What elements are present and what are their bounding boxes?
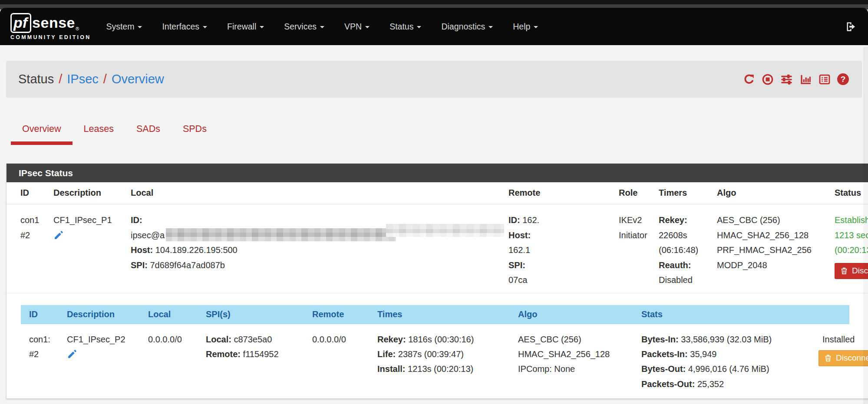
col-header-stats: Stats xyxy=(641,309,822,319)
breadcrumb-root: Status xyxy=(18,72,54,86)
log-list-icon[interactable] xyxy=(818,73,831,85)
cell-id: con1 #2 xyxy=(20,213,53,288)
col-header-id: ID xyxy=(20,188,53,198)
rekey-value: 1816s (00:30:16) xyxy=(408,335,474,344)
ike-table-row: con1 #2 CF1_IPsec_P1 ID: ipsec@a Host: 1… xyxy=(7,204,868,293)
tab-overview[interactable]: Overview xyxy=(11,118,73,145)
menu-item-services[interactable]: Services xyxy=(274,17,334,36)
tab-bar: Overview Leases SADs SPDs xyxy=(6,118,862,145)
cell-algo: AES_CBC (256) HMAC_SHA2_256_128 IPComp: … xyxy=(518,332,641,392)
logo-registered-mark: ® xyxy=(76,26,79,31)
disconnect-label: Disconnect xyxy=(836,351,868,365)
tab-leases[interactable]: Leases xyxy=(73,118,125,145)
packets-in-label: Packets-In: xyxy=(641,349,688,359)
disconnect-button[interactable]: Disconnect xyxy=(835,263,868,279)
col-header-description: Description xyxy=(67,309,148,319)
remote-id-value: 162. xyxy=(522,215,539,225)
life-label: Life: xyxy=(377,349,396,359)
col-header-remote: Remote xyxy=(312,309,377,319)
menu-item-help[interactable]: Help xyxy=(503,17,548,36)
reauth-label: Reauth: xyxy=(659,260,691,270)
disconnect-child-button[interactable]: Disconnect xyxy=(818,350,868,366)
cell-role: IKEv2 Initiator xyxy=(619,213,659,288)
local-id-value: ipsec@a xyxy=(131,230,165,240)
cell-local-subnet: 0.0.0.0/0 xyxy=(148,332,206,392)
menu-item-system[interactable]: System xyxy=(96,17,152,36)
menu-label: VPN xyxy=(344,22,362,31)
status-established: Established xyxy=(835,213,868,228)
spi-remote-label: Remote: xyxy=(206,349,241,359)
ike-id: con1 xyxy=(20,213,47,228)
cell-spis: Local: c873e5a0 Remote: f1154952 xyxy=(206,332,312,392)
cell-times: Rekey: 1816s (00:30:16) Life: 2387s (00:… xyxy=(377,332,518,392)
col-header-status: Status xyxy=(835,188,868,198)
menu-label: Firewall xyxy=(227,22,256,31)
algo-integrity: HMAC_SHA2_256_128 xyxy=(717,228,828,243)
tab-sads[interactable]: SADs xyxy=(125,118,172,145)
col-header-id: ID xyxy=(29,309,67,319)
cell-remote: ID: 162. Host: 162.1 SPI: 07ca xyxy=(508,213,619,288)
menu-item-firewall[interactable]: Firewall xyxy=(217,17,274,36)
bytes-in-value: 33,586,939 (32.03 MiB) xyxy=(681,335,772,344)
col-header-local: Local xyxy=(148,309,206,319)
child-id-number: #2 xyxy=(29,347,61,361)
disconnect-label: Disconnect xyxy=(852,263,868,279)
trash-icon xyxy=(824,354,832,362)
pfsense-logo[interactable]: pf sense ® COMMUNITY EDITION xyxy=(10,13,91,40)
chevron-down-icon xyxy=(534,26,538,30)
sign-out-icon[interactable] xyxy=(845,21,857,33)
breadcrumb-link-overview[interactable]: Overview xyxy=(112,72,164,86)
status-age-seconds: 1213 seconds xyxy=(835,228,868,243)
menu-item-interfaces[interactable]: Interfaces xyxy=(152,17,217,36)
menu-item-status[interactable]: Status xyxy=(380,17,431,36)
bytes-out-value: 4,996,016 (4.76 MiB) xyxy=(688,364,769,374)
local-id-redacted-line: ipsec@a xyxy=(131,228,502,243)
rekey-time: (06:16:48) xyxy=(659,243,711,258)
install-value: 1213s (00:20:13) xyxy=(408,364,473,374)
spi-remote-value: f1154952 xyxy=(243,349,279,359)
algo-integrity: HMAC_SHA2_256_128 xyxy=(518,347,635,361)
col-header-local: Local xyxy=(131,188,508,198)
algo-dhgroup: MODP_2048 xyxy=(717,258,828,273)
menu-label: Interfaces xyxy=(162,22,199,31)
stop-icon[interactable] xyxy=(762,73,774,85)
refresh-icon[interactable] xyxy=(743,73,755,85)
spacer xyxy=(7,293,868,305)
ike-id-number: #2 xyxy=(20,228,47,243)
cell-remote-subnet: 0.0.0.0/0 xyxy=(312,332,377,392)
cell-description: CF1_IPsec_P1 xyxy=(53,213,131,288)
child-sa-table-row: con1: #2 CF1_IPsec_P2 0.0.0.0/0 Local: c… xyxy=(21,324,868,395)
install-label: Install: xyxy=(377,364,405,374)
breadcrumb-link-ipsec[interactable]: IPsec xyxy=(67,72,99,86)
redaction-pixelated-block xyxy=(166,228,396,241)
packets-in-value: 35,949 xyxy=(690,349,716,359)
ipsec-status-panel: IPsec Status ID Description Local Remote… xyxy=(6,163,868,399)
local-host-value: 104.189.226.195:500 xyxy=(155,245,238,255)
col-header-spis: SPI(s) xyxy=(206,309,312,319)
bar-chart-icon[interactable] xyxy=(799,73,812,85)
remote-spi-label: SPI: xyxy=(508,260,525,270)
remote-host-label: Host: xyxy=(508,230,531,240)
menu-label: Help xyxy=(513,22,530,31)
cell-child-status: Installed Disconnect xyxy=(822,332,868,392)
cell-description: CF1_IPsec_P2 xyxy=(67,332,148,392)
cell-local: ID: ipsec@a Host: 104.189.226.195:500 SP… xyxy=(131,213,508,288)
local-host-label: Host: xyxy=(131,245,153,255)
menu-label: Status xyxy=(389,22,413,31)
remote-host-value: 162.1 xyxy=(508,243,613,258)
algo-encryption: AES_CBC (256) xyxy=(717,213,828,228)
menu-item-vpn[interactable]: VPN xyxy=(334,17,380,36)
menu-label: System xyxy=(106,22,134,31)
child-id: con1: xyxy=(29,332,61,347)
chevron-down-icon xyxy=(417,26,421,30)
tab-spds[interactable]: SPDs xyxy=(172,118,218,145)
breadcrumb-bar: Status / IPsec / Overview ? xyxy=(6,61,862,98)
edit-pencil-icon[interactable] xyxy=(67,348,78,364)
edit-pencil-icon[interactable] xyxy=(53,230,64,245)
cell-timers: Rekey: 22608s (06:16:48) Reauth: Disable… xyxy=(659,213,717,288)
help-icon[interactable]: ? xyxy=(837,73,849,85)
menu-item-diagnostics[interactable]: Diagnostics xyxy=(431,17,503,36)
main-menu: System Interfaces Firewall Services VPN … xyxy=(96,17,548,36)
chevron-down-icon xyxy=(488,26,493,30)
sliders-icon[interactable] xyxy=(780,73,793,85)
